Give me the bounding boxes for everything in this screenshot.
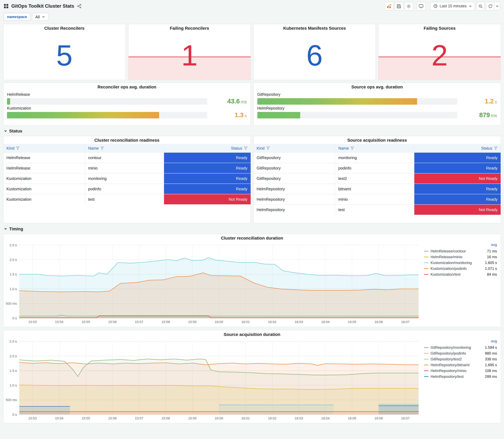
settings-button[interactable]	[405, 2, 413, 10]
panel-title[interactable]: Cluster reconciliation duration	[3, 234, 501, 242]
add-panel-button[interactable]	[385, 2, 393, 10]
time-series-plot[interactable]: 0 s500 ms1.0 s1.5 s2.0 s2.5 s15:5315:541…	[4, 242, 422, 325]
svg-text:15:59: 15:59	[188, 320, 197, 324]
legend-item[interactable]: GitRepository/podinfo980 ms	[424, 350, 497, 356]
save-button[interactable]	[395, 2, 403, 10]
zoom-out-button[interactable]	[476, 2, 485, 10]
filter-icon[interactable]	[244, 146, 247, 150]
svg-text:2.5 s: 2.5 s	[10, 243, 17, 247]
refresh-interval-dropdown[interactable]	[494, 2, 500, 10]
tables-row: Cluster reconciliation readiness Kind Na…	[3, 136, 501, 223]
tv-mode-button[interactable]	[417, 2, 425, 10]
legend-item[interactable]: HelmRepository/minio108 ms	[424, 368, 497, 374]
svg-text:15:58: 15:58	[161, 416, 170, 420]
gauge-row: HelmRepository 879ms	[257, 106, 497, 119]
panel-cluster-reconciliation-duration: Cluster reconciliation duration 0 s500 m…	[3, 234, 501, 327]
filter-icon[interactable]	[100, 146, 104, 150]
filter-icon[interactable]	[266, 146, 270, 150]
svg-text:1.5 s: 1.5 s	[10, 272, 17, 276]
cell-name: test	[335, 205, 414, 215]
status-badge: Not Ready	[164, 194, 250, 204]
legend-item[interactable]: GitRepository/monitoring1.594 s	[424, 344, 497, 350]
svg-text:15:58: 15:58	[161, 320, 170, 324]
svg-text:16:03: 16:03	[295, 320, 303, 324]
cell-kind: Kustomization	[3, 173, 85, 184]
legend-item[interactable]: Kustomization/test84 ms	[424, 271, 497, 277]
filter-icon[interactable]	[350, 146, 354, 150]
series-swatch	[424, 376, 429, 377]
apps-icon[interactable]	[4, 4, 9, 9]
legend-item[interactable]: Kustomization/podinfo1.071 s	[424, 266, 497, 271]
legend-item[interactable]: HelmRelease/minio16 ms	[424, 254, 497, 260]
legend-item[interactable]: GitRepository/test2338 ms	[424, 356, 497, 362]
column-header-name[interactable]: Name	[85, 144, 164, 153]
filter-icon[interactable]	[16, 146, 20, 150]
panel-title[interactable]: Source ops avg. duration	[254, 83, 501, 91]
table-row: GitRepositorymonitoringReady	[254, 153, 501, 163]
svg-text:16:01: 16:01	[241, 416, 250, 420]
svg-text:16:00: 16:00	[215, 416, 223, 420]
cell-name: minio	[335, 194, 414, 205]
time-range-picker[interactable]: Last 15 minutes	[430, 2, 475, 10]
svg-text:2.0 s: 2.0 s	[10, 354, 17, 358]
panel-title[interactable]: Source acquisition duration	[3, 330, 501, 338]
column-header-status[interactable]: Status	[164, 144, 250, 153]
svg-text:15:53: 15:53	[28, 320, 37, 324]
svg-text:0 s: 0 s	[12, 316, 17, 320]
chart-legend: avg HelmRelease/contour71 ms HelmRelease…	[422, 242, 499, 325]
svg-text:500 ms: 500 ms	[6, 302, 17, 305]
svg-text:16:01: 16:01	[241, 320, 250, 324]
variable-value-dropdown[interactable]: All	[32, 13, 48, 21]
gauge-bar	[7, 98, 10, 104]
cell-name: contour	[85, 153, 164, 163]
legend-item[interactable]: HelmRelease/contour71 ms	[424, 248, 497, 254]
column-header-kind[interactable]: Kind	[254, 144, 335, 153]
panel-title[interactable]: Source acquisition readiness	[254, 136, 501, 144]
panel-title[interactable]: Cluster reconciliation readiness	[3, 136, 250, 144]
cell-name: monitoring	[85, 173, 164, 184]
svg-text:15:57: 15:57	[135, 416, 143, 420]
stats-row: Cluster Reconcilers 5 Failing Reconciler…	[3, 24, 501, 80]
svg-text:16:03: 16:03	[295, 416, 303, 420]
table-row: KustomizationtestNot Ready	[3, 194, 250, 204]
share-icon[interactable]	[77, 4, 81, 8]
cell-name: test	[85, 194, 164, 204]
gauges-row: Reconciler ops avg. duration HelmRelease…	[3, 83, 501, 125]
svg-text:16:06: 16:06	[374, 320, 383, 324]
status-badge: Ready	[414, 163, 501, 173]
section-status[interactable]: Status	[4, 128, 500, 133]
legend-item[interactable]: HelmRepository/bitnami1.695 s	[424, 362, 497, 368]
svg-text:15:55: 15:55	[82, 320, 90, 324]
legend-avg-header[interactable]: avg	[424, 339, 497, 344]
legend-avg-header[interactable]: avg	[424, 243, 497, 248]
status-badge: Ready	[164, 163, 250, 173]
svg-text:15:56: 15:56	[108, 416, 117, 420]
status-badge: Ready	[164, 184, 250, 194]
series-swatch	[424, 256, 429, 257]
cell-kind: Kustomization	[3, 194, 85, 204]
status-badge: Ready	[164, 153, 250, 163]
filter-icon[interactable]	[494, 146, 498, 150]
variable-label: namespace	[4, 13, 30, 21]
cell-kind: HelmRepository	[254, 205, 335, 215]
time-series-plot[interactable]: 0 s500 ms1.0 s1.5 s2.0 s2.5 s15:5315:541…	[4, 338, 422, 421]
legend-item[interactable]: Kustomization/monitoring1.605 s	[424, 260, 497, 266]
panel-title[interactable]: Reconciler ops avg. duration	[3, 83, 250, 91]
section-timing[interactable]: Timing	[4, 226, 500, 231]
gauge-bar	[257, 98, 417, 104]
gauge-label: GitRepository	[257, 92, 497, 97]
column-header-status[interactable]: Status	[414, 144, 501, 153]
panel-source-acquisition-readiness: Source acquisition readiness Kind Name S…	[253, 136, 501, 223]
series-swatch	[424, 353, 429, 354]
legend-item[interactable]: HelmRepository/test289 ms	[424, 374, 497, 379]
cell-name: podinfo	[335, 163, 414, 173]
gauge-track	[7, 98, 207, 104]
series-swatch	[424, 347, 429, 348]
svg-text:16:04: 16:04	[321, 320, 330, 324]
column-header-name[interactable]: Name	[335, 144, 414, 153]
svg-text:15:59: 15:59	[188, 416, 197, 420]
cell-kind: HelmRelease	[3, 163, 85, 173]
refresh-button[interactable]	[486, 2, 494, 10]
column-header-kind[interactable]: Kind	[3, 144, 85, 153]
chevron-down-icon	[4, 227, 7, 231]
